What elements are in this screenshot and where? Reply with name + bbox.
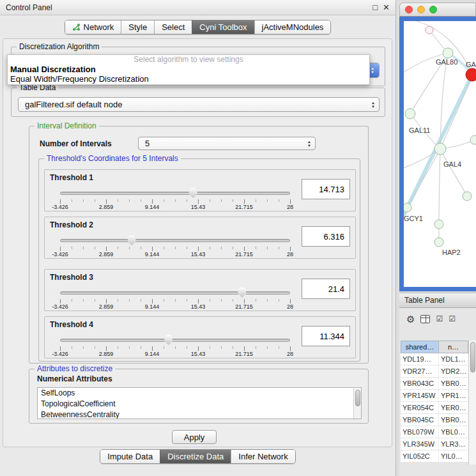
dropdown-item-manual-discretization[interactable]: Manual Discretization [8, 65, 369, 74]
network-node[interactable] [405, 109, 415, 119]
slider-track[interactable] [60, 339, 290, 342]
network-node[interactable] [443, 48, 453, 58]
threshold-3-slider-thumb[interactable] [238, 288, 246, 298]
top-tabbar: Network Style Select Cyni Toolbox jActiv… [0, 20, 395, 35]
table-panel-title: Table Panel [404, 296, 445, 305]
numerical-attributes-label: Numerical Attributes [37, 374, 112, 383]
list-item[interactable]: BetweennessCentrality [38, 410, 361, 419]
tab-network[interactable]: Network [65, 20, 121, 34]
close-button[interactable] [405, 6, 413, 13]
list-item[interactable]: SelfLoops [38, 388, 361, 399]
table-row[interactable]: YBR043CYBR0… [401, 378, 468, 390]
threshold-2-label: Threshold 2 [50, 220, 93, 229]
float-window-icon[interactable]: □ [372, 3, 378, 12]
select-shown-icon[interactable]: ☑ [449, 314, 456, 323]
column-header-name[interactable]: n… [439, 341, 468, 353]
table-data-group: Table Data galFiltered.sif default node … [11, 88, 385, 117]
network-node[interactable] [404, 203, 411, 212]
tab-select-label: Select [162, 22, 185, 32]
bottom-tabbar: Impute Data Discretize Data Infer Networ… [0, 449, 395, 464]
table-row[interactable]: YBR045CYBR0… [401, 414, 468, 426]
tab-jactivemodules[interactable]: jActiveMNodules [254, 20, 331, 34]
network-window-titlebar [399, 3, 476, 17]
tab-impute-label: Impute Data [107, 452, 153, 461]
network-node[interactable] [426, 26, 433, 34]
table-scrollbar[interactable] [468, 341, 476, 464]
columns-icon[interactable] [420, 315, 430, 323]
network-node[interactable] [434, 238, 443, 247]
tab-cyni-toolbox[interactable]: Cyni Toolbox [192, 20, 254, 34]
dropdown-item-equal-width[interactable]: Equal Width/Frequency Discretization [8, 74, 369, 84]
threshold-3-slider[interactable] [60, 288, 290, 299]
algorithm-dropdown-popup: Select algorithm to view settings Manual… [7, 54, 370, 85]
network-node[interactable] [470, 135, 476, 144]
slider-track[interactable] [60, 239, 290, 242]
threshold-4-value-field[interactable]: 11.344 [302, 326, 350, 346]
threshold-3-value-field[interactable]: 21.4 [302, 279, 350, 299]
list-scrollbar-thumb[interactable] [355, 390, 360, 406]
tab-impute-data[interactable]: Impute Data [100, 450, 160, 463]
threshold-2-value-field[interactable]: 6.316 [302, 226, 350, 247]
table-data-combobox[interactable]: galFiltered.sif default node ▲ ▼ [18, 97, 380, 112]
discretization-algorithm-title: Discretization Algorithm [17, 42, 102, 51]
network-node[interactable] [434, 143, 446, 155]
tab-style-label: Style [128, 22, 147, 32]
table-row[interactable]: YLR345WYLR3… [401, 438, 468, 450]
threshold-1-slider[interactable] [60, 188, 290, 199]
threshold-1-slider-thumb[interactable] [189, 188, 197, 198]
select-all-icon[interactable]: ☑ [436, 314, 443, 323]
threshold-2-panel: Threshold 2 -3.426 2.859 9.144 15.43 21.… [44, 217, 356, 259]
cyni-tab-content: Discretization Algorithm ▲ ▼ Select algo… [3, 38, 392, 447]
table-row[interactable]: YDR27…YDR2… [401, 365, 468, 378]
slider-ticks [60, 299, 291, 303]
apply-button[interactable]: Apply [172, 430, 217, 444]
list-scrollbar[interactable] [353, 388, 361, 419]
slider-track[interactable] [60, 192, 290, 195]
slider-ticks [60, 199, 291, 204]
table-row[interactable]: YIL052CYIL0… [401, 450, 468, 463]
threshold-3-panel: Threshold 3 -3.426 2.859 9.144 15.43 21.… [44, 269, 356, 311]
gear-icon[interactable]: ⚙ [406, 314, 415, 324]
zoom-button[interactable] [429, 6, 437, 13]
tab-infer-network[interactable]: Infer Network [231, 450, 295, 463]
table-row[interactable]: YPR145WYPR1… [401, 390, 468, 402]
table-panel-header: Table Panel [399, 293, 476, 308]
tab-select[interactable]: Select [154, 20, 192, 34]
close-icon[interactable]: ✕ [383, 3, 390, 12]
numerical-attributes-list: SelfLoops TopologicalCoefficient Between… [37, 387, 362, 419]
table-row[interactable]: YER054CYER0… [401, 402, 468, 414]
network-node[interactable] [434, 220, 443, 229]
slider-tick-labels: -3.426 2.859 9.144 15.43 21.715 28 [60, 204, 290, 211]
column-header-shared-name[interactable]: shared… [401, 341, 439, 353]
slider-track[interactable] [60, 291, 290, 295]
minimize-button[interactable] [417, 6, 425, 13]
network-node[interactable] [463, 192, 472, 201]
tab-infer-label: Infer Network [238, 452, 288, 461]
network-node-selected[interactable] [466, 68, 476, 81]
tab-discretize-data[interactable]: Discretize Data [160, 450, 231, 463]
slider-tick-labels: -3.426 2.859 9.144 15.43 21.715 28 [60, 303, 290, 311]
number-of-intervals-label: Number of Intervals [40, 139, 112, 148]
threshold-2-slider[interactable] [60, 235, 290, 247]
table-row[interactable]: YBL079WYBL0… [401, 426, 468, 438]
combo-arrows-icon[interactable]: ▲ ▼ [367, 98, 379, 111]
network-view-frame: GAL80 GA GAL11 GAL4 GCY1 HAP2 [399, 17, 476, 291]
slider-tick-labels: -3.426 2.859 9.144 15.43 21.715 28 [60, 251, 290, 258]
table-scrollbar-thumb[interactable] [470, 342, 475, 372]
node-label: GA [466, 61, 476, 68]
table-row[interactable]: YDL19…YDL1… [401, 353, 468, 365]
network-canvas[interactable]: GAL80 GA GAL11 GAL4 GCY1 HAP2 [404, 21, 476, 287]
window-title: Control Panel [6, 3, 52, 12]
tab-style[interactable]: Style [121, 20, 154, 34]
threshold-1-value-field[interactable]: 14.713 [302, 179, 350, 199]
threshold-1-label: Threshold 1 [50, 173, 93, 182]
thresholds-group: Threshold's Coordinates for 5 Intervals … [38, 158, 360, 362]
number-of-intervals-combobox[interactable]: 5 ▲ ▼ [138, 137, 316, 150]
list-item[interactable]: TopologicalCoefficient [38, 399, 361, 410]
threshold-4-slider-thumb[interactable] [164, 335, 173, 345]
threshold-4-slider[interactable] [60, 335, 290, 346]
threshold-2-slider-thumb[interactable] [128, 235, 136, 245]
combo-arrows-icon[interactable]: ▲ ▼ [303, 137, 315, 150]
tab-jactive-label: jActiveMNodules [262, 22, 324, 32]
table-data-combobox-value: galFiltered.sif default node [19, 100, 367, 109]
